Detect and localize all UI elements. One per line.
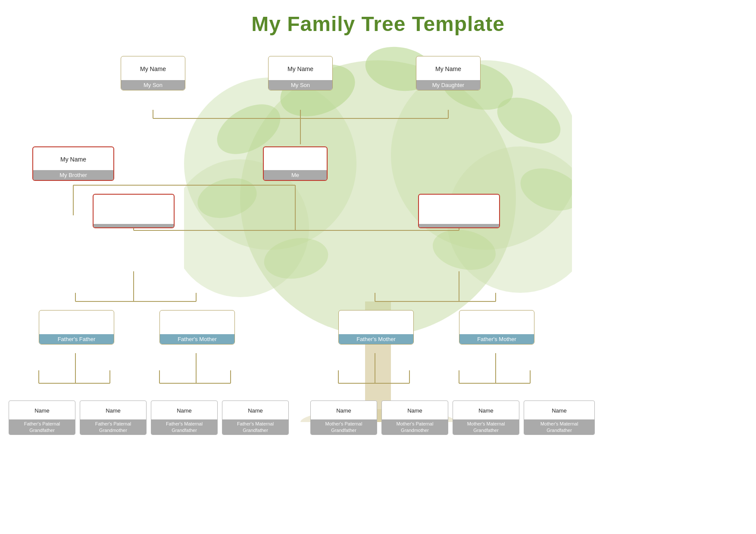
- ff-label: Father's Father: [39, 334, 114, 344]
- mother-name: [419, 195, 499, 224]
- mm-label: Father's Mother: [459, 334, 534, 344]
- father-label: [94, 224, 174, 227]
- mf-label: Father's Mother: [339, 334, 413, 344]
- gg5-name: Name: [311, 401, 377, 419]
- child-daughter[interactable]: My Name My Daughter: [416, 56, 481, 90]
- gg4[interactable]: Name Father's MaternalGrandfather: [222, 400, 289, 435]
- mm-name: [459, 310, 534, 334]
- gg3[interactable]: Name Father's MaternalGrandfather: [151, 400, 218, 435]
- gg4-name: Name: [222, 401, 288, 419]
- gg7-label: Mother's MaternalGrandfather: [453, 419, 519, 435]
- gg5-label: Mother's PaternalGrandfather: [311, 419, 377, 435]
- sibling-brother[interactable]: My Name My Brother: [32, 146, 114, 181]
- child-son1[interactable]: My Name My Son: [121, 56, 185, 90]
- gg7[interactable]: Name Mother's MaternalGrandfather: [453, 400, 519, 435]
- grandparent-mm[interactable]: Father's Mother: [459, 310, 534, 345]
- family-chart: My Name My Son My Name My Son My Name My…: [0, 43, 756, 530]
- me-label: Me: [264, 170, 327, 180]
- gg1-label: Father's PaternalGrandfather: [9, 419, 75, 435]
- child-son2-label: My Son: [269, 80, 332, 90]
- connectors-svg: [0, 43, 756, 530]
- child-daughter-label: My Daughter: [416, 80, 480, 90]
- mf-name: [339, 310, 413, 334]
- grandparent-mf[interactable]: Father's Mother: [338, 310, 414, 345]
- gg2[interactable]: Name Father's PaternalGrandmother: [80, 400, 147, 435]
- gg5[interactable]: Name Mother's PaternalGrandfather: [310, 400, 377, 435]
- fm-label: Father's Mother: [160, 334, 234, 344]
- fm-name: [160, 310, 234, 334]
- grandparent-ff[interactable]: Father's Father: [39, 310, 114, 345]
- father-name: [94, 195, 174, 224]
- gg2-label: Father's PaternalGrandmother: [80, 419, 146, 435]
- gg3-name: Name: [151, 401, 217, 419]
- child-daughter-name: My Name: [416, 56, 480, 80]
- child-son1-label: My Son: [121, 80, 185, 90]
- parent-mother[interactable]: [418, 194, 500, 228]
- brother-label: My Brother: [33, 170, 113, 180]
- child-son2[interactable]: My Name My Son: [268, 56, 333, 90]
- gg6-name: Name: [382, 401, 448, 419]
- gg1-name: Name: [9, 401, 75, 419]
- brother-name: My Name: [33, 147, 113, 170]
- parent-father[interactable]: [93, 194, 175, 228]
- sibling-me[interactable]: Me: [263, 146, 328, 181]
- gg8-label: Mother's MaternalGrandfather: [524, 419, 594, 435]
- gg4-label: Father's MaternalGrandfather: [222, 419, 288, 435]
- gg3-label: Father's MaternalGrandfather: [151, 419, 217, 435]
- me-name: [264, 147, 327, 170]
- gg6[interactable]: Name Mother's PaternalGrandmother: [381, 400, 448, 435]
- page-title: My Family Tree Template: [0, 0, 756, 36]
- grandparent-fm[interactable]: Father's Mother: [159, 310, 235, 345]
- mother-label: [419, 224, 499, 227]
- gg8-name: Name: [524, 401, 594, 419]
- child-son2-name: My Name: [269, 56, 332, 80]
- child-son1-name: My Name: [121, 56, 185, 80]
- ff-name: [39, 310, 114, 334]
- gg7-name: Name: [453, 401, 519, 419]
- gg6-label: Mother's PaternalGrandmother: [382, 419, 448, 435]
- gg2-name: Name: [80, 401, 146, 419]
- gg8[interactable]: Name Mother's MaternalGrandfather: [524, 400, 595, 435]
- gg1[interactable]: Name Father's PaternalGrandfather: [9, 400, 75, 435]
